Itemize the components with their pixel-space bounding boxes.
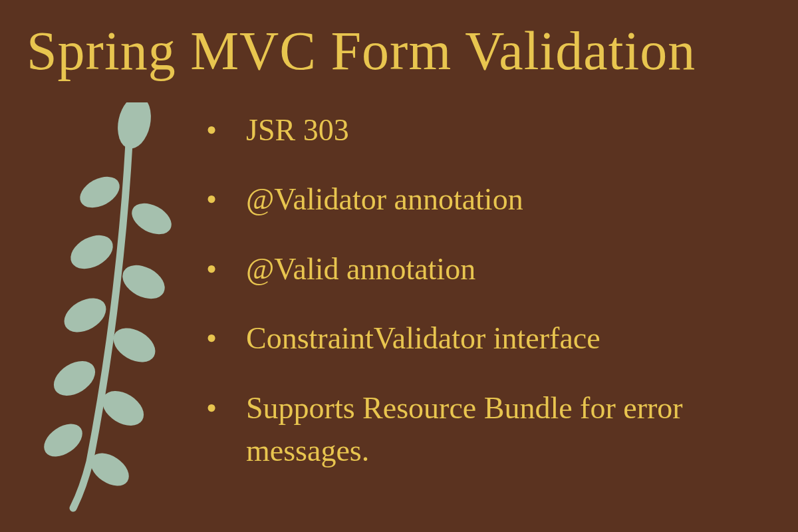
list-item: JSR 303 [206,96,771,165]
bullet-icon [206,248,233,291]
list-item-text: ConstraintValidator interface [233,317,771,360]
svg-point-1 [74,170,124,213]
bullet-icon [206,109,233,152]
bullet-icon [206,317,233,360]
svg-point-7 [117,259,171,306]
list-item: ConstraintValidator interface [206,304,771,373]
content-area: JSR 303 @Validator annotation @Valid ann… [0,96,798,517]
list-item: @Valid annotation [206,235,771,304]
page-title: Spring MVC Form Validation [0,0,798,96]
list-item: Supports Resource Bundle for error messa… [206,374,771,486]
list-item-text: @Valid annotation [233,248,771,291]
bullet-icon [206,178,233,221]
svg-point-4 [48,354,102,402]
svg-point-0 [113,102,156,152]
list-item: @Validator annotation [206,165,771,234]
svg-point-3 [59,291,112,339]
bullet-icon [206,387,233,430]
svg-point-5 [38,418,88,464]
svg-point-2 [65,229,119,276]
list-item-text: @Validator annotation [233,178,771,221]
svg-point-6 [126,197,176,240]
svg-point-8 [108,321,162,369]
plant-decoration-icon [27,96,200,517]
feature-list: JSR 303 @Validator annotation @Valid ann… [200,96,771,485]
list-item-text: Supports Resource Bundle for error messa… [233,387,771,473]
list-item-text: JSR 303 [233,109,771,152]
